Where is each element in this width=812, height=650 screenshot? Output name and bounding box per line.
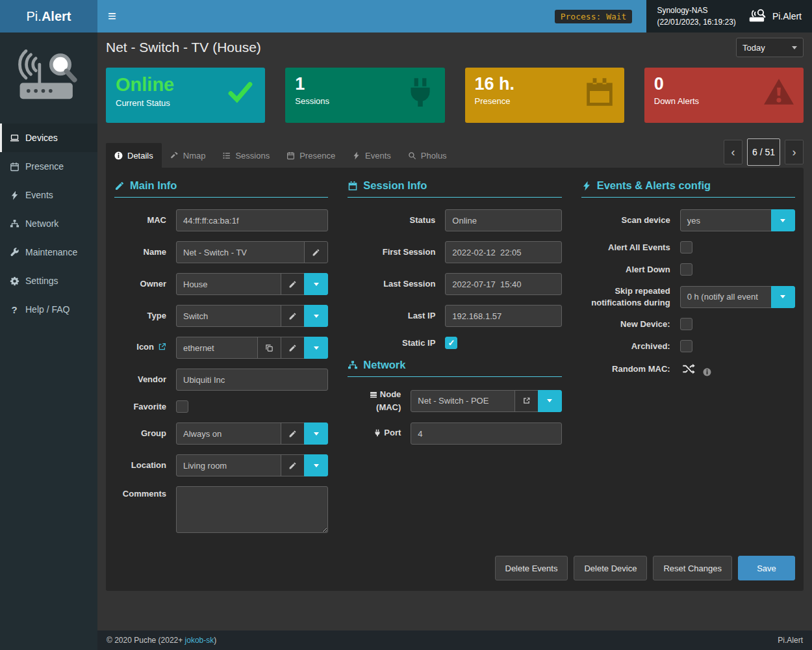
location-input[interactable]	[176, 454, 281, 476]
name-edit-button[interactable]	[304, 241, 328, 263]
first-session-row: First Session	[348, 241, 561, 263]
location-edit-button[interactable]	[281, 454, 305, 476]
group-input[interactable]	[176, 422, 281, 445]
group-label: Group	[114, 428, 176, 439]
alert-all-events-label: Alert All Events	[581, 242, 680, 254]
scan-device-row: Scan device yes	[581, 209, 795, 231]
alert-down-checkbox[interactable]	[680, 263, 692, 276]
icon-label: Icon	[114, 341, 176, 354]
status-input[interactable]	[445, 209, 561, 231]
sidebar-item-devices[interactable]: Devices	[0, 124, 97, 152]
type-dropdown-button[interactable]	[304, 305, 328, 327]
random-mac-row: Random MAC:	[581, 362, 795, 376]
mac-input[interactable]	[176, 209, 328, 231]
owner-input[interactable]	[176, 273, 281, 295]
sidebar-item-network[interactable]: Network	[0, 209, 97, 238]
info-icon[interactable]	[703, 368, 711, 376]
icon-edit-button[interactable]	[281, 337, 305, 359]
sidebar-item-presence[interactable]: Presence	[0, 152, 97, 181]
user-menu[interactable]: Pi.Alert	[748, 8, 802, 25]
open-node-button[interactable]	[514, 390, 539, 412]
scan-device-dropdown-button[interactable]	[771, 209, 795, 231]
external-link-icon[interactable]	[158, 343, 166, 354]
sidebar-item-settings[interactable]: Settings	[0, 266, 97, 295]
tab-events[interactable]: Events	[344, 143, 400, 168]
alert-all-events-checkbox[interactable]	[680, 241, 692, 254]
node-mac-input[interactable]	[411, 390, 514, 412]
port-input[interactable]	[411, 422, 561, 445]
scan-device-label: Scan device	[581, 214, 680, 226]
port-row: Port	[348, 422, 561, 445]
bolt-icon	[581, 181, 592, 191]
sidebar-item-help[interactable]: ? Help / FAQ	[0, 295, 97, 324]
sidebar-item-events[interactable]: Events	[0, 181, 97, 209]
location-dropdown-button[interactable]	[304, 454, 328, 476]
sidebar: Devices Presence Events Network Maintena…	[0, 32, 97, 650]
tab-pholus[interactable]: Pholus	[400, 143, 455, 168]
delete-events-button[interactable]: Delete Events	[495, 556, 568, 580]
navbar: ≡ Process: Wait Synology-NAS (22/01/2023…	[97, 0, 812, 32]
tab-details[interactable]: Details	[106, 143, 162, 168]
hammer-icon	[170, 151, 179, 160]
info-circle-icon	[114, 151, 123, 160]
comments-textarea[interactable]	[176, 486, 328, 533]
brand-prefix: Pi.	[27, 9, 42, 24]
jokob-sk-link[interactable]: jokob-sk	[185, 636, 214, 645]
owner-edit-button[interactable]	[281, 273, 305, 295]
host-timestamp: (22/01/2023, 16:19:23)	[657, 16, 735, 28]
last-session-label: Last Session	[348, 278, 445, 290]
sidebar-item-label: Devices	[25, 133, 58, 143]
prev-device-button[interactable]: ‹	[724, 140, 742, 164]
wrench-icon	[9, 247, 19, 257]
group-edit-button[interactable]	[281, 422, 305, 445]
favorite-checkbox[interactable]	[176, 400, 188, 413]
static-ip-checkbox[interactable]	[445, 337, 457, 349]
app-logo[interactable]: Pi.Alert	[0, 0, 97, 32]
card-down-alerts: 0 Down Alerts	[644, 68, 804, 123]
skip-notifications-dropdown-button[interactable]	[771, 286, 795, 308]
footer-brand: Pi.Alert	[778, 636, 803, 645]
delete-device-button[interactable]: Delete Device	[574, 556, 647, 580]
next-device-button[interactable]: ›	[785, 140, 804, 164]
icon-input[interactable]	[176, 337, 258, 359]
search-icon	[408, 151, 416, 160]
node-dropdown-button[interactable]	[538, 390, 562, 412]
hamburger-icon[interactable]: ≡	[97, 0, 127, 32]
scan-device-select[interactable]: yes	[680, 209, 772, 231]
new-device-checkbox[interactable]	[680, 318, 692, 330]
owner-dropdown-button[interactable]	[304, 273, 328, 295]
last-session-input[interactable]	[445, 273, 561, 295]
save-button[interactable]: Save	[738, 556, 795, 580]
pialert-logo-icon	[748, 8, 767, 25]
tab-label: Details	[127, 151, 153, 161]
bolt-icon	[9, 190, 19, 200]
name-input[interactable]	[176, 241, 305, 263]
first-session-input[interactable]	[445, 241, 561, 263]
type-edit-button[interactable]	[281, 305, 305, 327]
server-icon	[370, 390, 377, 402]
group-dropdown-button[interactable]	[304, 422, 328, 445]
location-label: Location	[114, 460, 176, 471]
type-input[interactable]	[176, 305, 281, 327]
laptop-icon	[9, 133, 19, 143]
sidebar-item-maintenance[interactable]: Maintenance	[0, 238, 97, 266]
tab-label: Nmap	[183, 151, 206, 161]
chevron-down-icon	[792, 46, 797, 49]
tab-presence[interactable]: Presence	[278, 143, 344, 168]
last-ip-input[interactable]	[445, 305, 561, 327]
section-title: Network	[363, 359, 405, 371]
icon-dropdown-button[interactable]	[304, 337, 328, 359]
tab-nmap[interactable]: Nmap	[162, 143, 214, 168]
archived-checkbox[interactable]	[680, 340, 692, 352]
period-select[interactable]: Today	[736, 38, 804, 57]
sidebar-item-label: Network	[25, 218, 58, 229]
vendor-input[interactable]	[176, 369, 328, 391]
tab-sessions[interactable]: Sessions	[214, 143, 278, 168]
warning-icon	[763, 76, 795, 109]
icon-copy-button[interactable]	[257, 337, 281, 359]
reset-changes-button[interactable]: Reset Changes	[653, 556, 732, 580]
icon-row: Icon	[114, 337, 328, 359]
skip-notifications-select[interactable]: 0 h (notify all event	[680, 286, 772, 308]
content-header: Net - Switch - TV (House) Today	[106, 38, 804, 57]
tab-label: Presence	[299, 151, 335, 161]
